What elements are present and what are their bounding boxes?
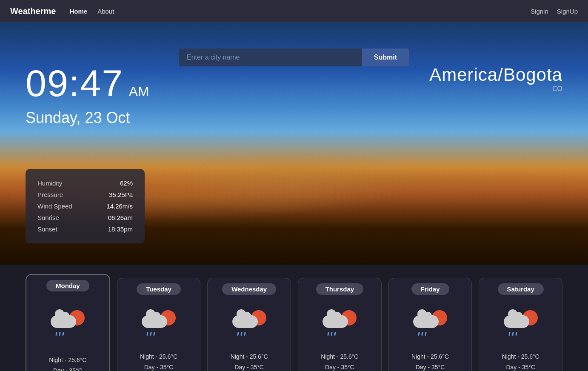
stats-row-sunset: Sunset 18:35pm [37,223,133,235]
time-main: 09:47 AM [26,65,149,102]
forecast-night-temp: Night - 25.6°C [502,351,539,362]
raindrop [512,332,514,336]
stats-label-wind: Wind Speed [37,203,72,210]
forecast-day-temp: Day - 35°C [49,365,86,371]
nav-auth: Signin SignUp [531,8,578,15]
raindrop [63,332,65,336]
forecast-temps: Night - 25.6°C Day - 35°C [411,351,449,371]
raindrop [508,332,511,336]
stats-label-pressure: Pressure [37,191,63,198]
cloud-icon [142,315,167,328]
stats-value-sunset: 18:35pm [108,225,133,233]
nav-links: Home About [69,8,531,15]
search-input[interactable] [179,49,362,66]
forecast-day-badge: Wednesday [222,283,276,295]
raindrop [328,332,330,336]
location-city: America/Bogota [429,65,562,85]
raindrop [146,332,148,336]
raindrop [59,332,61,336]
rain-icon [328,332,336,336]
weather-icon [323,310,357,336]
forecast-temps: Night - 25.6°C Day - 35°C [502,351,539,371]
time-ampm: AM [129,84,149,99]
search-bar: Submit [179,49,409,66]
nav-brand: Weatherme [10,6,56,16]
forecast-night-temp: Night - 25.6°C [231,351,268,362]
forecast-day-badge: Monday [46,280,89,291]
rain-icon [147,332,155,336]
forecast-day-badge: Saturday [498,283,544,295]
stats-value-sunrise: 06:26am [108,214,133,221]
forecast-temps: Night - 25.6°C Day - 35°C [231,351,268,371]
forecast-day-temp: Day - 35°C [321,362,358,371]
forecast-temps: Night - 25.6°C Day - 35°C [140,351,177,371]
rain-icon [56,332,64,336]
forecast-night-temp: Night - 25.6°C [140,351,177,362]
nav-signup[interactable]: SignUp [557,8,578,15]
raindrop [153,332,155,336]
stats-row-pressure: Pressure 35.25Pa [37,189,133,200]
raindrop [240,332,243,336]
raindrop [331,332,333,336]
search-submit-button[interactable]: Submit [362,49,409,66]
forecast-section: Monday Night - 25.6°C Day - 35°C Tuesday [0,265,588,371]
stats-label-sunset: Sunset [37,225,57,233]
raindrop [237,332,239,336]
rain-icon [237,332,245,336]
forecast-day-temp: Day - 35°C [411,362,449,371]
hero-section: Submit 09:47 AM Sunday, 23 Oct America/B… [0,22,588,265]
stats-value-wind: 14.26m/s [106,203,133,210]
cloud-icon [323,315,348,328]
weather-icon [504,310,538,336]
forecast-day-badge: Thursday [316,283,364,295]
forecast-temps: Night - 25.6°C Day - 35°C [321,351,358,371]
location-country: CO [429,85,562,93]
forecast-day-temp: Day - 35°C [502,362,539,371]
weather-icon [232,310,266,336]
forecast-temps: Night - 25.6°C Day - 35°C [49,355,86,371]
cloud-icon [232,315,258,328]
raindrop [515,332,517,336]
weather-icon [413,310,447,336]
forecast-card-thursday[interactable]: Thursday Night - 25.6°C Day - 35°C [298,278,382,371]
date-display: Sunday, 23 Oct [26,109,149,127]
raindrop [421,332,423,336]
stats-label-sunrise: Sunrise [37,214,59,221]
raindrop [334,332,337,336]
raindrop [56,332,58,336]
weather-icon [51,310,85,336]
rain-icon [509,332,517,336]
stats-row-sunrise: Sunrise 06:26am [37,212,133,223]
cloud-icon [413,315,439,328]
forecast-day-badge: Friday [411,283,449,295]
raindrop [150,332,152,336]
raindrop [418,332,420,336]
cloud-icon [504,315,529,328]
forecast-day-temp: Day - 35°C [231,362,268,371]
forecast-night-temp: Night - 25.6°C [321,351,358,362]
nav-link-about[interactable]: About [97,8,114,15]
stats-label-humidity: Humidity [37,180,62,187]
location-display: America/Bogota CO [429,65,562,93]
forecast-card-tuesday[interactable]: Tuesday Night - 25.6°C Day - 35°C [117,278,201,371]
forecast-night-temp: Night - 25.6°C [49,355,86,365]
forecast-day-badge: Tuesday [137,283,181,295]
time-display: 09:47 AM Sunday, 23 Oct [26,65,149,127]
stats-row-wind: Wind Speed 14.26m/s [37,200,133,212]
stats-value-pressure: 35.25Pa [109,191,133,198]
rain-icon [418,332,426,336]
nav-link-home[interactable]: Home [69,8,87,15]
nav-signin[interactable]: Signin [531,8,548,15]
weather-icon [142,310,176,336]
forecast-card-saturday[interactable]: Saturday Night - 25.6°C Day - 35°C [479,278,562,371]
forecast-card-wednesday[interactable]: Wednesday Night - 25.6°C Day - 35°C [207,278,291,371]
forecast-card-friday[interactable]: Friday Night - 25.6°C Day - 35°C [388,278,472,371]
stats-value-humidity: 62% [120,180,133,187]
navbar: Weatherme Home About Signin SignUp [0,0,588,22]
forecast-day-temp: Day - 35°C [140,362,177,371]
time-value: 09:47 [26,62,123,104]
forecast-night-temp: Night - 25.6°C [411,351,449,362]
raindrop [244,332,246,336]
forecast-card-monday[interactable]: Monday Night - 25.6°C Day - 35°C [26,274,110,371]
raindrop [425,332,427,336]
